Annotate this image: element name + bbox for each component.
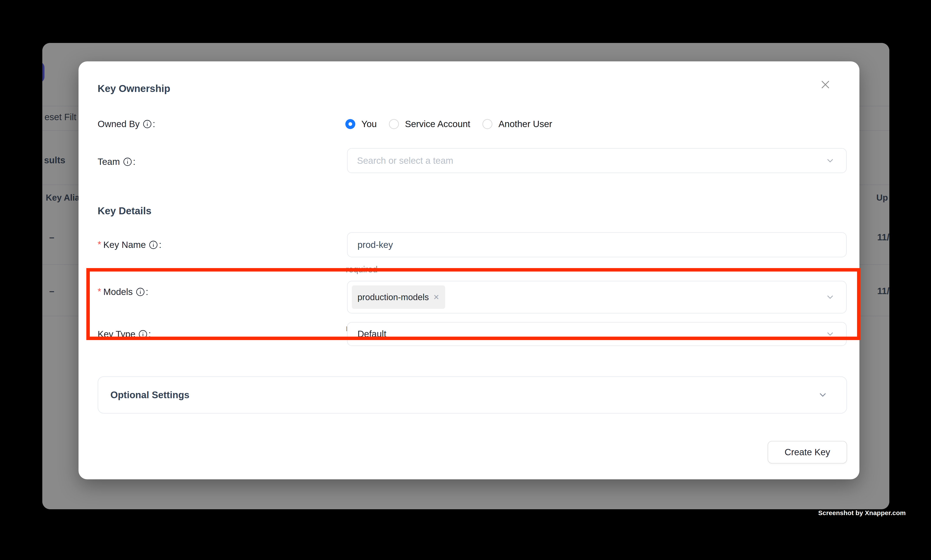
radio-you[interactable] (345, 119, 355, 129)
owned-by-label-text: Owned By (98, 119, 140, 129)
close-icon (820, 79, 831, 90)
radio-another-user[interactable] (482, 119, 492, 129)
optional-settings-label: Optional Settings (111, 389, 189, 400)
chevron-down-icon (818, 390, 828, 400)
info-icon[interactable] (149, 240, 158, 249)
info-icon[interactable] (123, 157, 132, 166)
owned-by-radio-group: You Service Account Another User (345, 117, 565, 131)
info-icon[interactable] (143, 120, 152, 129)
colon: : (133, 157, 135, 167)
required-mark: * (98, 239, 101, 250)
radio-another-user-label[interactable]: Another User (499, 119, 552, 129)
optional-settings-expander[interactable]: Optional Settings (98, 376, 847, 414)
annotation-highlight-box (86, 268, 860, 340)
chevron-down-icon (825, 156, 835, 166)
radio-you-label[interactable]: You (362, 119, 377, 129)
key-name-input[interactable]: prod-key (347, 232, 846, 257)
owned-by-label: Owned By : (98, 117, 155, 131)
screenshot-canvas: eset Filt sults Key Alia – – Up 11/ 11/ … (0, 0, 931, 560)
key-name-label: * Key Name : (98, 238, 162, 252)
team-select[interactable]: Search or select a team (347, 148, 846, 173)
create-key-button[interactable]: Create Key (768, 441, 847, 463)
radio-service-account-label[interactable]: Service Account (405, 119, 470, 129)
colon: : (159, 240, 162, 250)
team-select-placeholder: Search or select a team (357, 155, 453, 166)
section-title-key-details: Key Details (98, 205, 151, 217)
watermark-text: Screenshot by Xnapper.com (818, 509, 906, 517)
section-title-key-ownership: Key Ownership (98, 83, 170, 94)
colon: : (153, 119, 155, 129)
team-label: Team : (98, 155, 135, 169)
key-name-value: prod-key (357, 240, 393, 250)
team-label-text: Team (98, 157, 120, 167)
key-name-label-text: Key Name (103, 240, 146, 250)
close-button[interactable] (818, 77, 833, 92)
radio-service-account[interactable] (389, 119, 399, 129)
